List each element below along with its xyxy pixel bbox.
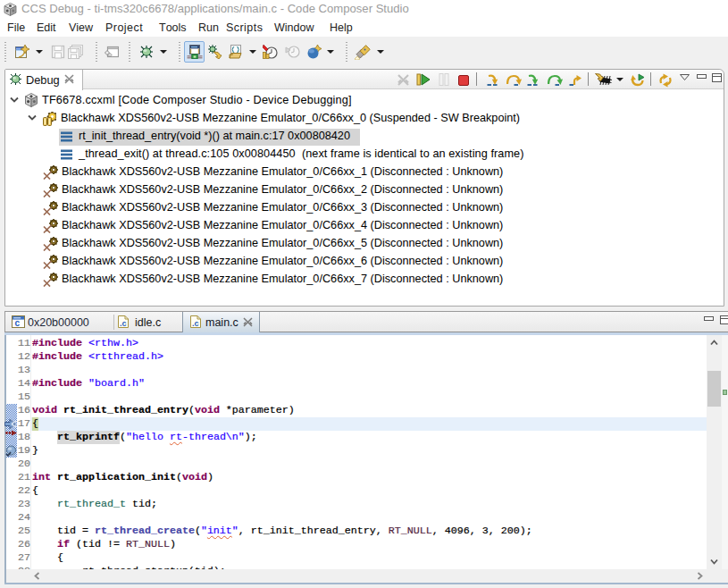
svg-text:.c: .c xyxy=(192,319,199,328)
svg-text:.c: .c xyxy=(120,319,127,328)
svg-text:c: c xyxy=(15,318,21,328)
